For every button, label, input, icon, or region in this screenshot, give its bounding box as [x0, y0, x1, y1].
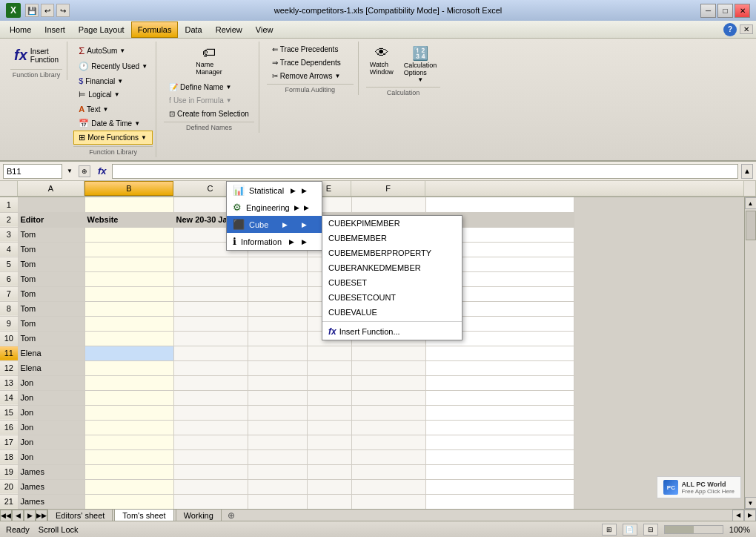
sheet-tab-toms[interactable]: Tom's sheet: [114, 509, 173, 521]
name-manager-btn[interactable]: 🏷 NameManager: [164, 43, 254, 78]
cell-f18[interactable]: [351, 449, 425, 464]
cell-d6[interactable]: [248, 271, 307, 286]
save-quick-btn[interactable]: 💾: [25, 4, 39, 17]
menu-item-view[interactable]: View: [249, 22, 280, 38]
cell-f11[interactable]: [351, 346, 425, 360]
cell-c13[interactable]: [173, 375, 248, 390]
table-row[interactable]: 20 James: [0, 479, 574, 494]
cell-b2[interactable]: Website: [84, 212, 173, 227]
cell-a2[interactable]: Editor: [18, 212, 84, 227]
cell-e19[interactable]: [307, 464, 351, 479]
cell-b10[interactable]: [84, 331, 173, 346]
cell-b19[interactable]: [84, 464, 173, 479]
cell-c11[interactable]: [173, 346, 248, 360]
table-row[interactable]: 15 Jon: [0, 405, 574, 420]
cell-a10[interactable]: Tom: [18, 331, 84, 346]
cell-c14[interactable]: [173, 390, 248, 405]
cell-extra[interactable]: [425, 449, 574, 464]
table-row[interactable]: 12 Elena: [0, 360, 574, 375]
cell-d15[interactable]: [248, 405, 307, 420]
cell-e12[interactable]: [307, 360, 351, 375]
cell-extra[interactable]: [425, 360, 574, 375]
cell-e14[interactable]: [307, 390, 351, 405]
cell-b18[interactable]: [84, 449, 173, 464]
cell-a8[interactable]: Tom: [18, 301, 84, 316]
cell-f16[interactable]: [351, 420, 425, 435]
close-button[interactable]: ✕: [735, 4, 750, 18]
cell-extra[interactable]: [425, 197, 574, 212]
add-sheet-btn[interactable]: ⊕: [225, 510, 238, 521]
name-box[interactable]: B11: [3, 164, 62, 179]
cell-d17[interactable]: [248, 435, 307, 449]
cell-f15[interactable]: [351, 405, 425, 420]
cell-extra[interactable]: [425, 405, 574, 420]
cubeset-item[interactable]: CUBESET: [322, 275, 462, 290]
cell-a1[interactable]: [18, 197, 84, 212]
table-row[interactable]: 18 Jon: [0, 449, 574, 464]
redo-quick-btn[interactable]: ↪: [56, 4, 70, 17]
cell-d19[interactable]: [248, 464, 307, 479]
cell-e15[interactable]: [307, 405, 351, 420]
cell-d7[interactable]: [248, 286, 307, 301]
cell-d20[interactable]: [248, 479, 307, 494]
cell-e16[interactable]: [307, 420, 351, 435]
ribbon-close-btn[interactable]: ✕: [740, 24, 753, 34]
horiz-scroll-track[interactable]: [238, 510, 732, 521]
table-row[interactable]: 13 Jon: [0, 375, 574, 390]
sheet-nav-last[interactable]: ▶▶: [36, 510, 47, 521]
cell-e21[interactable]: [307, 494, 351, 509]
cube-menu-item[interactable]: ⬛ Cube ▶: [227, 216, 322, 233]
remove-arrows-btn[interactable]: ✂ Remove Arrows ▼: [267, 70, 354, 82]
cell-e13[interactable]: [307, 375, 351, 390]
cell-c20[interactable]: [173, 479, 248, 494]
cell-a17[interactable]: Jon: [18, 435, 84, 449]
cell-c10[interactable]: [173, 331, 248, 346]
expand-formula-btn[interactable]: ⊕: [79, 165, 90, 177]
cell-d9[interactable]: [248, 316, 307, 331]
cell-b9[interactable]: [84, 316, 173, 331]
cell-a11[interactable]: Elena: [18, 346, 84, 360]
cell-c15[interactable]: [173, 405, 248, 420]
define-name-btn[interactable]: 📝 Define Name ▼: [164, 81, 254, 93]
cell-d5[interactable]: [248, 257, 307, 271]
sheet-tab-working[interactable]: Working: [176, 509, 222, 521]
cell-extra[interactable]: [425, 464, 574, 479]
logical-btn[interactable]: ⊨ Logical ▼: [73, 88, 153, 102]
cell-extra[interactable]: [425, 390, 574, 405]
cell-a19[interactable]: James: [18, 464, 84, 479]
cell-a7[interactable]: Tom: [18, 286, 84, 301]
table-row[interactable]: 9 Tom: [0, 316, 574, 331]
cell-extra[interactable]: [425, 420, 574, 435]
cell-e11[interactable]: [307, 346, 351, 360]
sheet-nav-first[interactable]: ◀◀: [0, 510, 12, 521]
cell-c6[interactable]: [173, 271, 248, 286]
menu-item-page-layout[interactable]: Page Layout: [72, 22, 131, 38]
name-box-dropdown[interactable]: ▼: [65, 168, 74, 174]
cell-extra[interactable]: [425, 346, 574, 360]
restore-button[interactable]: □: [717, 4, 733, 18]
cell-b8[interactable]: [84, 301, 173, 316]
cell-b12[interactable]: [84, 360, 173, 375]
cell-f1[interactable]: [351, 197, 425, 212]
formula-input[interactable]: [112, 164, 738, 179]
minimize-button[interactable]: ─: [700, 4, 716, 18]
cell-f14[interactable]: [351, 390, 425, 405]
cell-a6[interactable]: Tom: [18, 271, 84, 286]
scroll-thumb[interactable]: [746, 211, 756, 240]
statistical-menu-item[interactable]: 📊 Statistical ▶: [227, 182, 322, 199]
cell-a12[interactable]: Elena: [18, 360, 84, 375]
cubevalue-item[interactable]: CUBEVALUE: [322, 305, 462, 320]
cell-a21[interactable]: James: [18, 494, 84, 509]
financial-btn[interactable]: $ Financial ▼: [73, 74, 153, 88]
menu-item-review[interactable]: Review: [209, 22, 249, 38]
cell-extra[interactable]: [425, 494, 574, 509]
cell-c16[interactable]: [173, 420, 248, 435]
recently-used-btn[interactable]: 🕐 Recently Used ▼: [73, 59, 153, 73]
cubemember-item[interactable]: CUBEMEMBER: [322, 231, 462, 246]
ribbon-toggle[interactable]: ▲: [741, 164, 753, 179]
cell-a4[interactable]: Tom: [18, 242, 84, 257]
menu-item-insert[interactable]: Insert: [38, 22, 72, 38]
table-row[interactable]: 10 Tom: [0, 331, 574, 346]
menu-item-home[interactable]: Home: [3, 22, 38, 38]
cell-c19[interactable]: [173, 464, 248, 479]
